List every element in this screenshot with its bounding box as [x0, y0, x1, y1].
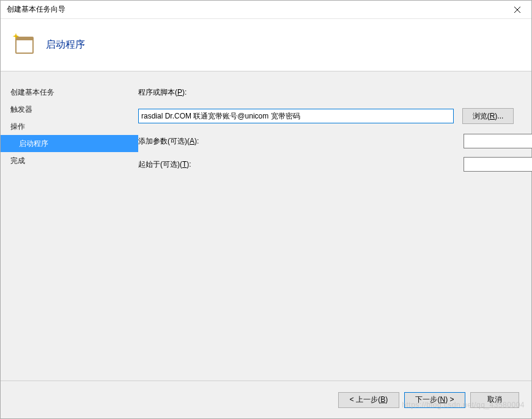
main-panel: 程序或脚本(P): 浏览(R)... 添加参数(可选)(A): 起始于(可选)(…: [138, 84, 532, 381]
add-arguments-label: 添加参数(可选)(A):: [138, 136, 199, 147]
program-script-label: 程序或脚本(P):: [138, 87, 187, 98]
sidebar-item-label: 触发器: [10, 104, 32, 115]
sidebar-item-label: 操作: [10, 122, 25, 132]
browse-button[interactable]: 浏览(R)...: [462, 108, 514, 124]
sidebar-item-start-program[interactable]: 启动程序: [1, 135, 138, 152]
sidebar-item-label: 创建基本任务: [10, 87, 54, 98]
sidebar-item-action[interactable]: 操作: [9, 118, 138, 135]
wizard-header: 启动程序: [1, 19, 531, 71]
program-label-row: 程序或脚本(P):: [138, 84, 532, 101]
startin-row: 起始于(可选)(T):: [138, 157, 532, 172]
scheduler-icon: [13, 34, 35, 56]
wizard-footer: < 上一步(B) 下一步(N) > 取消: [1, 381, 531, 418]
sidebar-item-create-task[interactable]: 创建基本任务: [9, 84, 138, 101]
wizard-window: 创建基本任务向导 启动程序 创建基本任务 触发器 操作: [0, 0, 532, 419]
program-input-row: 浏览(R)...: [138, 108, 532, 124]
sidebar-item-label: 启动程序: [19, 139, 48, 149]
close-button[interactable]: [503, 1, 531, 19]
add-arguments-input[interactable]: [464, 134, 532, 148]
sidebar-item-finish[interactable]: 完成: [9, 152, 138, 169]
titlebar: 创建基本任务向导: [1, 1, 531, 19]
sidebar-item-label: 完成: [10, 156, 25, 166]
args-row: 添加参数(可选)(A):: [138, 134, 532, 148]
sidebar: 创建基本任务 触发器 操作 启动程序 完成: [1, 84, 138, 381]
start-in-label: 起始于(可选)(T):: [138, 159, 191, 170]
wizard-body: 创建基本任务 触发器 操作 启动程序 完成 程序或脚本(P):: [1, 71, 531, 381]
program-script-input[interactable]: [138, 109, 454, 123]
close-icon: [514, 7, 520, 13]
start-in-input[interactable]: [464, 157, 532, 172]
sidebar-item-trigger[interactable]: 触发器: [9, 101, 138, 118]
cancel-button[interactable]: 取消: [470, 392, 519, 408]
window-title: 创建基本任务向导: [7, 4, 65, 15]
page-title: 启动程序: [46, 38, 85, 51]
back-button[interactable]: < 上一步(B): [338, 392, 399, 408]
next-button[interactable]: 下一步(N) >: [404, 392, 465, 408]
